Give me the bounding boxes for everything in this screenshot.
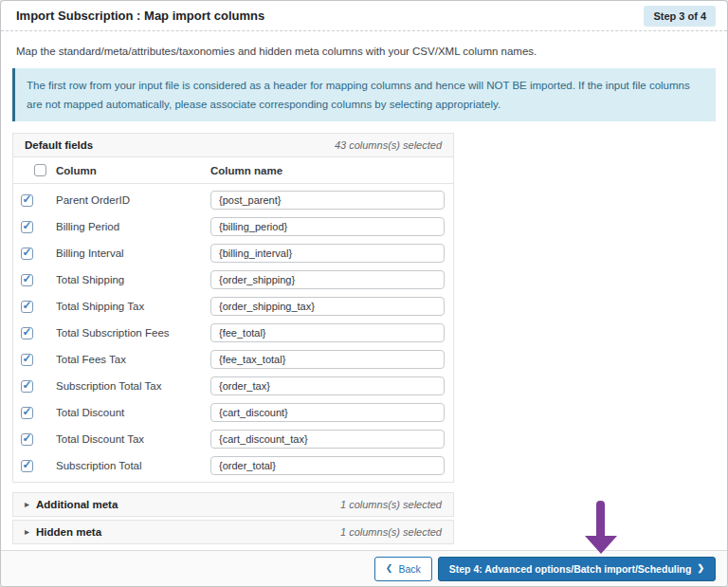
- column-name-header: Column name: [210, 165, 282, 176]
- column-name-input[interactable]: [210, 376, 445, 395]
- row-checkbox[interactable]: [21, 460, 33, 472]
- info-notice: The first row from your input file is co…: [12, 68, 716, 121]
- row-checkbox[interactable]: [21, 221, 33, 233]
- row-label: Total Subscription Fees: [56, 327, 210, 339]
- next-step-button-label: Step 4: Advanced options/Batch import/Sc…: [449, 563, 692, 575]
- default-fields-title: Default fields: [25, 139, 93, 151]
- row-checkbox[interactable]: [21, 301, 33, 313]
- additional-meta-title: Additional meta: [36, 499, 118, 510]
- column-mapping: Default fields 43 columns(s) selected Co…: [12, 133, 454, 544]
- additional-meta-header[interactable]: ▸ Additional meta 1 columns(s) selected: [12, 492, 454, 517]
- collapsed-arrow-icon: ▸: [25, 527, 29, 537]
- row-checkbox[interactable]: [21, 248, 33, 260]
- table-row: Billing Period: [13, 213, 453, 240]
- import-wizard-panel: Import Subscription : Map import columns…: [0, 0, 728, 587]
- wizard-footer: ❮ Back Step 4: Advanced options/Batch im…: [1, 550, 727, 586]
- table-row: Total Shipping: [13, 266, 453, 293]
- table-row: Parent OrderID: [13, 187, 453, 213]
- row-label: Total Shipping Tax: [56, 301, 210, 312]
- info-notice-text: The first row from your input file is co…: [27, 80, 690, 110]
- row-checkbox[interactable]: [21, 274, 33, 286]
- select-all-checkbox[interactable]: [34, 164, 46, 176]
- column-header: Column: [56, 165, 210, 176]
- next-step-button[interactable]: Step 4: Advanced options/Batch import/Sc…: [438, 557, 716, 581]
- row-label: Total Discount: [56, 407, 210, 418]
- column-name-input[interactable]: [210, 350, 445, 369]
- row-checkbox[interactable]: [21, 407, 33, 419]
- table-row: Total Shipping Tax: [13, 293, 453, 320]
- row-label: Total Shipping: [56, 274, 210, 285]
- description-text: Map the standard/meta/attributes/taxonom…: [16, 46, 712, 57]
- table-row: Subscription Total: [13, 452, 453, 479]
- collapsed-arrow-icon: ▸: [25, 500, 29, 509]
- row-checkbox[interactable]: [21, 354, 33, 366]
- row-label: Total Fees Tax: [56, 354, 210, 365]
- table-row: Total Discount: [13, 399, 453, 426]
- table-row: Billing Interval: [13, 240, 453, 266]
- row-checkbox[interactable]: [21, 194, 33, 207]
- column-name-input[interactable]: [210, 323, 445, 342]
- row-label: Subscription Total Tax: [56, 380, 210, 392]
- column-name-input[interactable]: [210, 297, 445, 316]
- column-name-input[interactable]: [210, 403, 445, 422]
- row-label: Total Discount Tax: [56, 433, 210, 445]
- row-label: Parent OrderID: [56, 194, 210, 206]
- hidden-meta-title: Hidden meta: [36, 526, 101, 538]
- back-button-label: Back: [398, 563, 420, 575]
- chevron-left-icon: ❮: [386, 564, 393, 573]
- column-name-input[interactable]: [210, 244, 445, 263]
- chevron-right-icon: ❯: [697, 564, 704, 573]
- row-label: Billing Period: [56, 221, 210, 232]
- annotation-arrow-icon: [585, 501, 617, 554]
- table-body: Parent OrderIDBilling PeriodBilling Inte…: [12, 184, 454, 483]
- page-title: Import Subscription : Map import columns: [16, 9, 264, 23]
- hidden-meta-header[interactable]: ▸ Hidden meta 1 columns(s) selected: [12, 520, 454, 544]
- default-fields-header[interactable]: Default fields 43 columns(s) selected: [12, 133, 454, 157]
- column-name-input[interactable]: [210, 270, 445, 289]
- column-name-input[interactable]: [210, 191, 445, 210]
- table-row: Total Subscription Fees: [13, 320, 453, 346]
- table-row: Subscription Total Tax: [13, 373, 453, 399]
- step-badge: Step 3 of 4: [644, 6, 716, 27]
- wizard-header: Import Subscription : Map import columns…: [1, 1, 727, 31]
- column-name-input[interactable]: [210, 430, 445, 449]
- column-name-input[interactable]: [210, 217, 445, 236]
- row-checkbox[interactable]: [21, 380, 33, 393]
- column-name-input[interactable]: [210, 456, 445, 475]
- row-checkbox[interactable]: [21, 327, 33, 339]
- default-fields-count: 43 columns(s) selected: [335, 139, 442, 151]
- row-checkbox[interactable]: [21, 433, 33, 446]
- table-row: Total Discount Tax: [13, 426, 453, 452]
- table-header-row: Column Column name: [12, 157, 454, 184]
- hidden-meta-count: 1 columns(s) selected: [340, 526, 442, 538]
- row-label: Billing Interval: [56, 248, 210, 259]
- row-label: Subscription Total: [56, 460, 210, 471]
- table-row: Total Fees Tax: [13, 346, 453, 373]
- additional-meta-count: 1 columns(s) selected: [340, 499, 442, 510]
- back-button[interactable]: ❮ Back: [374, 557, 432, 581]
